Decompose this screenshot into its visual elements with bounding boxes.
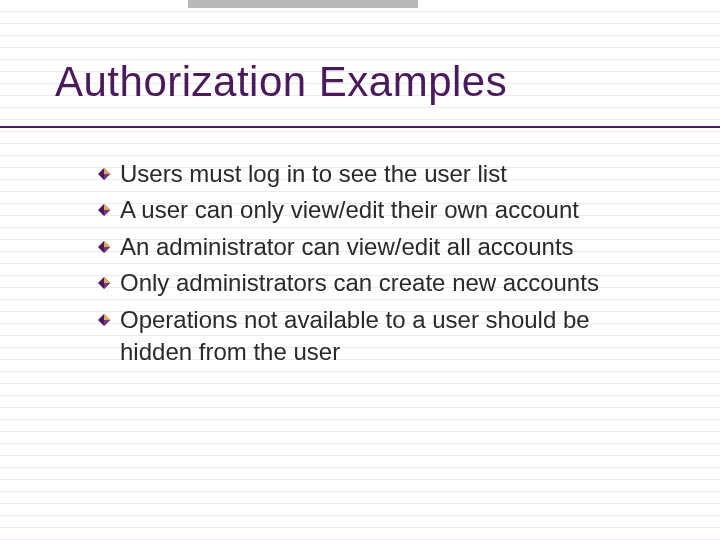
svg-marker-7 xyxy=(104,241,110,247)
diamond-bullet-icon xyxy=(98,204,110,216)
title-underline xyxy=(0,126,720,128)
svg-marker-8 xyxy=(104,247,110,253)
diamond-bullet-icon xyxy=(98,241,110,253)
svg-marker-14 xyxy=(104,320,110,326)
bullet-item: Operations not available to a user shoul… xyxy=(98,304,670,369)
slide: Authorization Examples Users must log in… xyxy=(0,0,720,540)
bullet-text: An administrator can view/edit all accou… xyxy=(120,231,574,263)
svg-marker-5 xyxy=(104,210,110,216)
svg-marker-4 xyxy=(104,204,110,210)
bullet-text: Operations not available to a user shoul… xyxy=(120,304,660,369)
top-shadow-bar xyxy=(188,0,418,8)
bullet-text: Users must log in to see the user list xyxy=(120,158,507,190)
bullet-list: Users must log in to see the user list A… xyxy=(98,158,670,372)
bullet-text: Only administrators can create new accou… xyxy=(120,267,599,299)
svg-marker-1 xyxy=(104,168,110,174)
bullet-item: A user can only view/edit their own acco… xyxy=(98,194,670,226)
diamond-bullet-icon xyxy=(98,314,110,326)
svg-marker-11 xyxy=(104,283,110,289)
svg-marker-13 xyxy=(104,314,110,320)
bullet-item: An administrator can view/edit all accou… xyxy=(98,231,670,263)
svg-marker-10 xyxy=(104,277,110,283)
bullet-item: Only administrators can create new accou… xyxy=(98,267,670,299)
bullet-text: A user can only view/edit their own acco… xyxy=(120,194,579,226)
slide-title: Authorization Examples xyxy=(55,58,507,106)
diamond-bullet-icon xyxy=(98,168,110,180)
diamond-bullet-icon xyxy=(98,277,110,289)
bullet-item: Users must log in to see the user list xyxy=(98,158,670,190)
svg-marker-2 xyxy=(104,174,110,180)
